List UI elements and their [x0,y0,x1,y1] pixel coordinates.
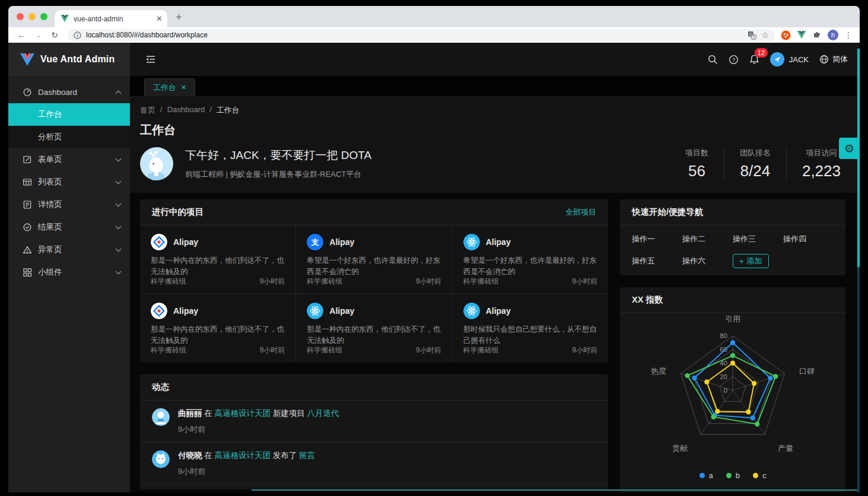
project-group[interactable]: 科学搬砖组 [307,276,342,287]
sidebar-item-小组件[interactable]: 小组件 [8,261,130,284]
sidebar-subitem[interactable]: 分析页 [8,126,130,148]
browser-profile-avatar[interactable]: h [828,30,838,40]
sidebar-item-表单页[interactable]: 表单页 [8,148,130,171]
activities-title: 动态 [152,381,169,393]
breadcrumb-dashboard[interactable]: Dashboard [167,105,205,116]
right-column: 快速开始/便捷导航 操作一操作二操作三操作四操作五操作六+添加 XX 指数 80… [620,199,845,492]
legend-item-a[interactable]: a [700,471,713,480]
legend-item-b[interactable]: b [726,471,740,480]
translate-icon[interactable]: G 文 [748,31,756,40]
tab-workplace[interactable]: 工作台 ✕ [144,78,195,96]
content: 进行中的项目 全部项目 Alipay那是一种内在的东西，他们到达不了，也无法触及… [130,193,860,492]
sidebar-item-列表页[interactable]: 列表页 [8,171,130,193]
browser-tab[interactable]: vue-antd-admin ✕ [55,10,167,27]
menu-fold-icon[interactable] [145,54,156,65]
reload-button[interactable]: ↻ [47,30,62,40]
vue-devtools-icon[interactable] [797,31,806,39]
language-switcher[interactable]: 简体 [819,54,848,65]
svg-text:20: 20 [720,373,727,380]
add-button[interactable]: +添加 [733,254,769,268]
project-card[interactable]: Alipay那是一种内在的东西，他们到达不了，也无法触及的科学搬砖组9小时前 [140,294,295,363]
extension-orange-icon[interactable] [781,30,791,40]
widgets-icon [23,268,32,277]
sidebar-item-详情页[interactable]: 详情页 [8,193,130,216]
project-group[interactable]: 科学搬砖组 [151,276,186,287]
user-menu[interactable]: JACK [770,52,809,66]
react-logo-icon [307,303,323,319]
quick-op-link[interactable]: 操作四 [783,234,834,244]
quick-nav-card: 快速开始/便捷导航 操作一操作二操作三操作四操作五操作六+添加 [620,199,845,275]
project-name[interactable]: Alipay [329,237,354,247]
forward-button[interactable]: → [31,30,45,40]
breadcrumb-home[interactable]: 首页 [140,105,155,116]
chevron-down-icon [116,179,122,185]
project-name[interactable]: Alipay [486,237,511,247]
sidebar-menu: Dashboard工作台分析页表单页列表页详情页结果页异常页小组件 [8,76,130,284]
browser-tabstrip: vue-antd-admin ✕ + [8,6,860,27]
all-projects-link[interactable]: 全部项目 [565,207,596,218]
page-tabbar: 工作台 ✕ [130,76,860,96]
activity-object-link[interactable]: 八月迭代 [307,409,339,418]
project-card[interactable]: Alipay那是一种内在的东西，他们到达不了，也无法触及的科学搬砖组9小时前 [296,294,452,363]
url-text[interactable]: localhost:8080/#/dashboard/workplace [86,31,743,39]
project-group[interactable]: 科学搬砖组 [463,276,499,287]
horizontal-scrollbar[interactable] [252,489,857,491]
quick-op-link[interactable]: 操作三 [733,234,783,244]
help-icon[interactable]: ? [729,55,739,65]
project-group[interactable]: 科学搬砖组 [463,345,499,355]
notification-bell[interactable]: 12 [749,54,759,65]
sidebar-item-Dashboard[interactable]: Dashboard [8,81,130,103]
quick-op-link[interactable]: 操作六 [682,256,733,266]
project-name[interactable]: Alipay [329,306,354,316]
project-name[interactable]: Alipay [173,237,198,247]
legend-dot [726,473,732,478]
close-window-button[interactable] [17,13,24,20]
search-icon[interactable] [708,55,718,65]
quick-op-link[interactable]: 操作五 [632,256,682,266]
back-button[interactable]: ← [14,30,28,40]
sidebar-item-结果页[interactable]: 结果页 [8,216,130,239]
project-time: 9小时前 [260,276,285,287]
quick-op-link[interactable]: 操作一 [632,234,682,244]
site-info-icon[interactable] [74,31,81,39]
sidebar-subitem[interactable]: 工作台 [8,103,130,126]
sidebar-item-label: Dashboard [38,88,110,97]
project-card[interactable]: Alipay那时候我只会想自己想要什么，从不想自己拥有什么科学搬砖组9小时前 [453,294,608,363]
project-name[interactable]: Alipay [486,306,511,316]
stat-label: 项目数 [685,148,708,158]
address-bar[interactable]: localhost:8080/#/dashboard/workplace G 文… [68,29,775,42]
scrollbar-thumb[interactable] [857,49,860,267]
bookmark-star-icon[interactable]: ☆ [761,30,769,40]
project-card[interactable]: 支Alipay希望是一个好东西，也许是最好的，好东西是不会消亡的科学搬砖组9小时… [296,225,452,294]
quick-op-link[interactable]: 操作二 [682,234,733,244]
project-name[interactable]: Alipay [173,306,198,316]
activity-target-link[interactable]: 高逼格设计天团 [215,409,271,418]
tab-close-icon[interactable]: ✕ [181,84,186,91]
stat-label: 项目访问 [802,148,841,158]
project-group[interactable]: 科学搬砖组 [307,345,342,355]
vertical-scrollbar[interactable] [857,43,860,492]
activity-time: 9小时前 [178,424,339,435]
sidebar-item-label: 异常页 [38,244,110,255]
antd-logo-icon [151,234,167,250]
svg-text:支: 支 [311,238,320,247]
new-tab-button[interactable]: + [167,11,190,27]
project-card[interactable]: Alipay希望是一个好东西，也许是最好的，好东西是不会消亡的科学搬砖组9小时前 [453,225,608,294]
legend-item-c[interactable]: c [753,471,767,480]
theme-settings-button[interactable]: ⚙ [839,138,860,159]
projects-grid: Alipay那是一种内在的东西，他们到达不了，也无法触及的科学搬砖组9小时前支A… [140,225,608,363]
sidebar-item-异常页[interactable]: 异常页 [8,239,130,261]
app-logo[interactable]: Vue Antd Admin [8,43,130,76]
zoom-window-button[interactable] [40,13,47,20]
activity-object-link[interactable]: 留言 [299,451,315,460]
tab-close-icon[interactable]: ✕ [156,15,163,23]
extensions-puzzle-icon[interactable] [812,30,822,40]
legend-label: b [736,471,740,480]
project-card[interactable]: Alipay那是一种内在的东西，他们到达不了，也无法触及的科学搬砖组9小时前 [140,225,295,294]
activity-target-link[interactable]: 高逼格设计天团 [215,451,271,460]
browser-menu-icon[interactable]: ⋮ [844,30,853,40]
browser-toolbar: ← → ↻ localhost:8080/#/dashboard/workpla… [8,27,860,43]
project-group[interactable]: 科学搬砖组 [151,345,186,355]
greeting-subtitle: 前端工程师 | 蚂蚁金服-计算服务事业群-REACT平台 [185,169,371,180]
minimize-window-button[interactable] [28,13,36,20]
